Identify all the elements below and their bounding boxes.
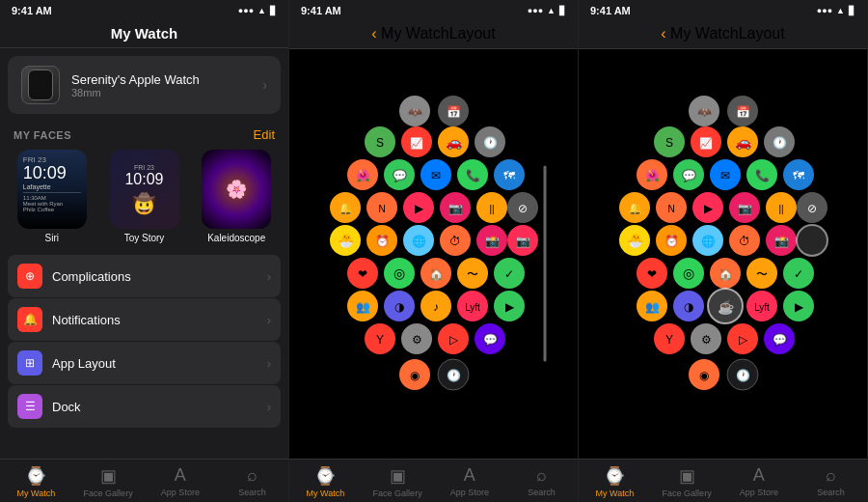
svg-text:💬: 💬 <box>482 332 497 347</box>
svg-text:📅: 📅 <box>735 104 749 119</box>
tab-store-icon-3: A <box>753 465 765 486</box>
tab-search-icon-3: ⌕ <box>826 465 836 486</box>
tab-watch-label-1: My Watch <box>17 488 56 498</box>
tab-bar-3: ⌚ My Watch ▣ Face Gallery A App Store ⌕ … <box>579 459 867 502</box>
app-layout-icon: ⊞ <box>17 350 42 376</box>
tab-app-store-2[interactable]: A App Store <box>434 465 506 498</box>
app-grid-1[interactable]: 🦇 📅 S 📈 🚗 🕐 🌺 💬 ✉ 📞 🗺 🔔 <box>313 90 555 418</box>
layout-title-2: Layout <box>739 25 785 42</box>
tab-app-store-3[interactable]: A App Store <box>723 465 796 498</box>
svg-text:💬: 💬 <box>772 332 786 347</box>
svg-text:🕐: 🕐 <box>446 368 460 382</box>
tab-search-label-1: Search <box>238 488 266 497</box>
tab-gallery-label-3: Face Gallery <box>663 488 712 498</box>
wifi-icon: ▲ <box>258 6 266 15</box>
status-icons-3: ●●● ▲ ▊ <box>817 6 855 15</box>
tab-my-watch-3[interactable]: ⌚ My Watch <box>579 465 651 498</box>
svg-text:🗺: 🗺 <box>793 169 804 182</box>
menu-item-notifications[interactable]: 🔔 Notifications › <box>8 298 281 341</box>
dock-label: Dock <box>52 400 258 414</box>
layout-panel-2: 9:41 AM ●●● ▲ ▊ ‹ My Watch Layout 🦇 📅 S … <box>579 0 868 502</box>
face-divider <box>23 192 81 193</box>
svg-text:📷: 📷 <box>515 234 529 248</box>
face-siri-inner: FRI 23 10:09 Lafayette 11:30AMMeet with … <box>17 150 87 229</box>
tab-store-label-3: App Store <box>740 488 778 497</box>
app-grid-2[interactable]: 🦇 📅 S 📈 🚗 🕐 🌺 💬 ✉ 📞 🗺 🔔 <box>603 90 844 418</box>
face-label-kaleido: Kaleidoscope <box>207 233 265 243</box>
svg-text:⚙: ⚙ <box>411 333 421 347</box>
tab-app-store-1[interactable]: A App Store <box>145 465 217 498</box>
tab-face-gallery-3[interactable]: ▣ Face Gallery <box>651 465 723 498</box>
svg-text:📷: 📷 <box>737 201 751 215</box>
svg-text:✓: ✓ <box>794 267 803 281</box>
svg-text:⏰: ⏰ <box>664 234 678 248</box>
tab-store-label-1: App Store <box>161 488 200 497</box>
device-chevron: › <box>262 77 267 93</box>
back-label-1: My Watch <box>381 25 449 42</box>
honeycomb-container-2[interactable]: 🦇 📅 S 📈 🚗 🕐 🌺 💬 ✉ 📞 🗺 🔔 <box>579 49 867 459</box>
svg-text:👥: 👥 <box>644 299 659 314</box>
signal-icon-3: ●●● <box>817 6 832 15</box>
face-preview-kaleido: 🌸 <box>202 150 271 229</box>
dock-chevron: › <box>267 400 271 414</box>
svg-text:📞: 📞 <box>754 168 769 182</box>
app-layout-chevron: › <box>267 356 271 371</box>
wifi-icon-3: ▲ <box>836 6 845 15</box>
svg-text:📞: 📞 <box>465 168 479 182</box>
svg-text:👥: 👥 <box>355 299 369 314</box>
back-button-1[interactable]: ‹ My Watch <box>371 25 448 42</box>
status-bar-3: 9:41 AM ●●● ▲ ▊ <box>579 0 867 19</box>
edit-button[interactable]: Edit <box>254 127 275 142</box>
tab-my-watch-2[interactable]: ⌚ My Watch <box>289 465 362 498</box>
svg-text:☕: ☕ <box>717 299 734 316</box>
tab-search-1[interactable]: ⌕ Search <box>216 465 288 498</box>
layout-header-1: ‹ My Watch Layout <box>289 19 578 49</box>
signal-icon-2: ●●● <box>528 6 543 15</box>
battery-icon: ▊ <box>270 6 277 15</box>
svg-text:||: || <box>489 204 494 214</box>
my-watch-title: My Watch <box>111 25 177 42</box>
tab-face-gallery-1[interactable]: ▣ Face Gallery <box>72 465 145 498</box>
face-siri-loc: Lafayette <box>23 183 81 190</box>
svg-text:▷: ▷ <box>448 333 458 347</box>
tab-gallery-icon-2: ▣ <box>390 465 406 487</box>
tab-watch-icon-2: ⌚ <box>314 465 336 487</box>
face-item-kaleido[interactable]: 🌸 Kaleidoscope <box>194 150 279 243</box>
menu-item-dock[interactable]: ☰ Dock › <box>8 385 281 428</box>
face-item-siri[interactable]: FRI 23 10:09 Lafayette 11:30AMMeet with … <box>10 150 95 243</box>
svg-text:🗺: 🗺 <box>503 169 515 182</box>
svg-text:🏠: 🏠 <box>428 266 443 281</box>
watch-thumb-inner <box>28 70 53 100</box>
menu-item-app-layout[interactable]: ⊞ App Layout › <box>8 342 281 384</box>
back-button-2[interactable]: ‹ My Watch <box>661 25 738 42</box>
watch-device-row[interactable]: Serenity's Apple Watch 38mm › <box>8 56 281 114</box>
svg-text:〜: 〜 <box>467 267 478 281</box>
honeycomb-container-1[interactable]: 🦇 📅 S 📈 🚗 🕐 🌺 💬 ✉ 📞 🗺 🔔 <box>289 49 578 459</box>
my-watch-panel: 9:41 AM ●●● ▲ ▊ My Watch Serenity's Appl… <box>0 0 289 502</box>
tab-gallery-icon-3: ▣ <box>679 465 695 487</box>
tab-gallery-label-1: Face Gallery <box>84 488 133 498</box>
tab-my-watch-1[interactable]: ⌚ My Watch <box>0 465 72 498</box>
svg-text:〜: 〜 <box>756 267 768 281</box>
svg-text:💬: 💬 <box>392 168 406 182</box>
tab-search-3[interactable]: ⌕ Search <box>795 465 867 498</box>
svg-text:✉: ✉ <box>720 169 730 182</box>
tab-face-gallery-2[interactable]: ▣ Face Gallery <box>362 465 434 498</box>
menu-item-complications[interactable]: ⊕ Complications › <box>8 255 281 297</box>
svg-text:📅: 📅 <box>446 104 460 119</box>
svg-text:S: S <box>665 136 672 150</box>
tab-store-icon-1: A <box>175 465 186 486</box>
complications-chevron: › <box>267 269 271 284</box>
tab-gallery-icon-1: ▣ <box>100 465 117 487</box>
svg-text:📸: 📸 <box>484 234 499 248</box>
face-item-toy[interactable]: FRI 23 10:09 🤠 Toy Story <box>102 150 187 243</box>
svg-text:Lyft: Lyft <box>465 302 480 313</box>
status-time-2: 9:41 AM <box>301 5 341 16</box>
svg-text:🕐: 🕐 <box>735 368 749 382</box>
svg-text:🦇: 🦇 <box>407 104 421 119</box>
faces-row: FRI 23 10:09 Lafayette 11:30AMMeet with … <box>0 146 288 251</box>
svg-text:🔔: 🔔 <box>627 201 641 215</box>
tab-search-2[interactable]: ⌕ Search <box>505 465 578 498</box>
svg-text:||: || <box>778 204 783 214</box>
svg-text:⏱: ⏱ <box>449 235 461 248</box>
